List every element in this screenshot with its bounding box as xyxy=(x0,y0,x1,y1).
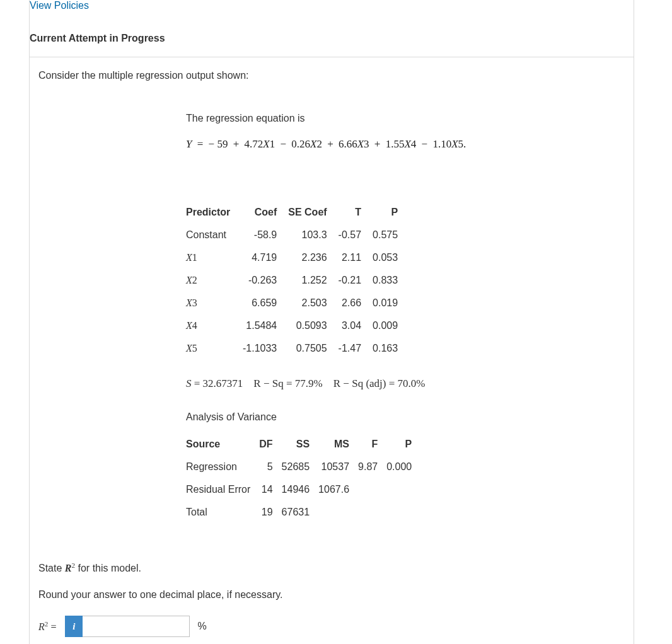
table-row: X5-1.10330.7505-1.470.163 xyxy=(186,337,409,360)
attempt-heading: Current Attempt in Progress xyxy=(30,15,634,57)
table-row: Regression552685105379.870.000 xyxy=(186,456,420,478)
table-row: Residual Error14149461067.6 xyxy=(186,478,420,501)
anova-title: Analysis of Variance xyxy=(186,411,587,423)
anova-header: MS xyxy=(318,433,358,456)
coef-header: Predictor xyxy=(186,201,243,224)
table-row: X36.6592.5032.660.019 xyxy=(186,292,409,314)
answer-label: R2 = xyxy=(38,620,56,633)
table-row: Total1967631 xyxy=(186,501,420,524)
view-policies-link[interactable]: View Policies xyxy=(30,0,634,15)
question-block: State R2 for this model. Round your answ… xyxy=(38,561,625,644)
table-row: Constant-58.9103.3-0.570.575 xyxy=(186,224,409,246)
question-content: Consider the multiple regression output … xyxy=(30,57,634,644)
info-icon[interactable]: i xyxy=(65,616,83,637)
table-row: X41.54840.50933.040.009 xyxy=(186,314,409,337)
anova-table: SourceDFSSMSFP Regression552685105379.87… xyxy=(186,433,420,524)
coef-header: P xyxy=(373,201,409,224)
table-row: X2-0.2631.252-0.210.833 xyxy=(186,269,409,292)
equation-label: The regression equation is xyxy=(186,113,587,124)
rounding-instruction: Round your answer to one decimal place, … xyxy=(38,589,625,601)
anova-header: DF xyxy=(259,433,281,456)
anova-header: F xyxy=(358,433,386,456)
table-row: X14.7192.2362.110.053 xyxy=(186,246,409,269)
percent-label: % xyxy=(197,621,206,632)
coef-header: SE Coef xyxy=(288,201,338,224)
summary-stats: S = 32.67371 R − Sq = 77.9% R − Sq (adj)… xyxy=(186,377,587,390)
anova-header: Source xyxy=(186,433,259,456)
coef-header: Coef xyxy=(243,201,288,224)
intro-text: Consider the multiple regression output … xyxy=(38,70,625,81)
anova-header: P xyxy=(386,433,420,456)
coefficients-table: PredictorCoefSE CoefTP Constant-58.9103.… xyxy=(186,201,409,360)
regression-equation: Y = − 59 + 4.72X1 − 0.26X2 + 6.66X3 + 1.… xyxy=(186,138,587,151)
anova-header: SS xyxy=(282,433,319,456)
answer-row: R2 = i % xyxy=(38,616,625,637)
answer-input[interactable] xyxy=(83,616,190,637)
coef-header: T xyxy=(339,201,373,224)
question-prompt: State R2 for this model. xyxy=(38,561,625,574)
